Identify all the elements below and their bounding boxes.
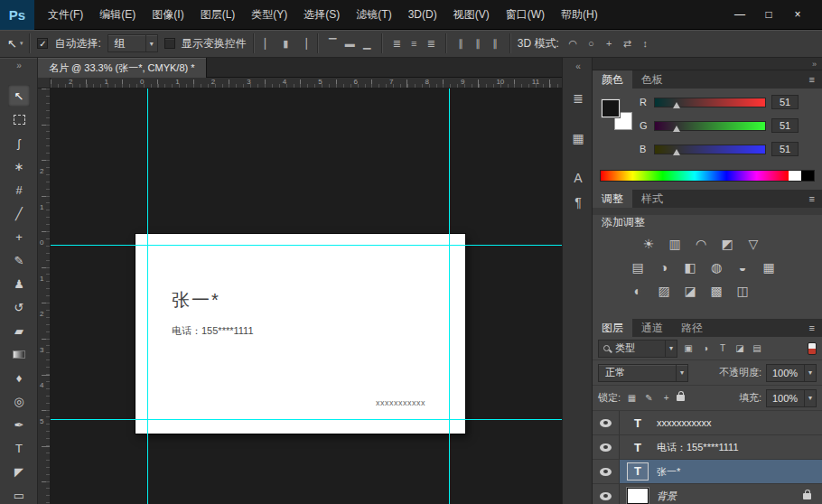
crop-tool[interactable]: #	[8, 179, 30, 201]
menu-item-7[interactable]: 滤镜(T)	[348, 0, 399, 30]
align-bottom-icon[interactable]: ▁	[360, 36, 375, 51]
3d-rotate-icon[interactable]: ◠	[565, 36, 581, 51]
menu-item-6[interactable]: 选择(S)	[295, 0, 348, 30]
3d-pan-icon[interactable]: +	[602, 36, 617, 51]
tab-swatches[interactable]: 色板	[632, 70, 672, 89]
align-hcenter-icon[interactable]: ▮	[278, 36, 294, 51]
layer-filter-type-dropdown[interactable]: 类型 ▾	[598, 340, 677, 358]
minimize-button[interactable]: —	[730, 7, 750, 22]
fill-value-field[interactable]: 100%▾	[766, 389, 817, 407]
lock-transparency-icon[interactable]: ▦	[625, 391, 639, 405]
card-phone-text[interactable]: 电话：155****1111	[172, 324, 254, 338]
menu-item-1[interactable]: 文件(F)	[40, 0, 91, 30]
tab-adjustments[interactable]: 调整	[593, 190, 632, 208]
tab-channels[interactable]: 通道	[632, 319, 672, 337]
3d-slide-icon[interactable]: ⇄	[620, 36, 635, 51]
menu-item-9[interactable]: 视图(V)	[445, 0, 498, 30]
blend-mode-dropdown[interactable]: 正常▾	[598, 364, 688, 382]
document-tab[interactable]: 名片 @ 33.3% (张一*, CMYK/8) *	[38, 58, 207, 78]
layer-row-body[interactable]: T电话：155****1111	[620, 435, 822, 459]
menu-item-8[interactable]: 3D(D)	[400, 0, 445, 30]
gradient-tool[interactable]	[8, 343, 30, 365]
filter-pixel-layers-icon[interactable]: ▣	[681, 341, 696, 356]
distribute-top-icon[interactable]: ≣	[389, 36, 405, 51]
layer-row[interactable]: T张一*	[593, 460, 822, 484]
menu-item-3[interactable]: 图像(I)	[144, 0, 191, 30]
threshold-icon[interactable]: ◪	[681, 282, 699, 300]
ruler-origin-corner[interactable]	[38, 78, 51, 89]
panel-menu-icon[interactable]: ≡	[802, 319, 822, 337]
layer-filter-toggle[interactable]	[808, 342, 817, 355]
filter-smart-objects-icon[interactable]: ▤	[750, 341, 764, 356]
r-slider-track[interactable]	[654, 98, 766, 107]
panel-menu-icon[interactable]: ≡	[802, 70, 822, 89]
lasso-tool[interactable]: ʃ	[8, 132, 30, 154]
g-channel-slider[interactable]: G51	[640, 114, 799, 137]
3d-roll-icon[interactable]: ○	[584, 36, 599, 51]
brush-tool[interactable]: ✎	[8, 249, 30, 271]
distribute-vcenter-icon[interactable]: ≡	[406, 36, 422, 51]
collapse-dock-icon[interactable]: »	[812, 60, 817, 69]
card-code-text[interactable]: xxxxxxxxxxx	[376, 398, 425, 407]
tab-layers[interactable]: 图层	[593, 319, 632, 337]
black-white-icon[interactable]: ◧	[681, 258, 699, 276]
lock-pixels-icon[interactable]: ✎	[642, 391, 656, 405]
tab-paths[interactable]: 路径	[672, 319, 712, 337]
move-tool[interactable]: ↖	[8, 85, 30, 107]
slider-thumb[interactable]	[673, 102, 680, 108]
lock-position-icon[interactable]: +	[659, 391, 673, 405]
history-brush-tool[interactable]: ↺	[8, 296, 30, 318]
filter-shape-layers-icon[interactable]: ◪	[733, 341, 747, 356]
align-left-icon[interactable]: ▏	[261, 36, 276, 51]
blur-tool[interactable]: ♦	[8, 367, 30, 388]
photo-filter-icon[interactable]: ◍	[707, 258, 725, 276]
3d-scale-icon[interactable]: ↕	[638, 36, 653, 51]
path-selection-tool[interactable]: ◤	[8, 461, 30, 482]
layer-row-body[interactable]: 背景	[620, 484, 822, 504]
layer-row-body[interactable]: Txxxxxxxxxxx	[620, 411, 822, 434]
move-tool-preset[interactable]: ↖▾	[7, 37, 23, 51]
card-name-text[interactable]: 张一*	[172, 288, 220, 313]
close-button[interactable]: ×	[788, 7, 808, 22]
color-balance-icon[interactable]: ◑	[655, 258, 673, 276]
distribute-bottom-icon[interactable]: ≣	[424, 36, 439, 51]
layer-row[interactable]: 背景	[593, 484, 822, 504]
show-transform-checkbox[interactable]	[164, 38, 175, 49]
opacity-value-field[interactable]: 100%▾	[766, 364, 817, 382]
tab-styles[interactable]: 样式	[632, 190, 672, 208]
b-channel-slider[interactable]: B51	[640, 137, 799, 161]
quick-selection-tool[interactable]: ∗	[8, 155, 30, 177]
menu-item-4[interactable]: 图层(L)	[192, 0, 244, 30]
visibility-toggle[interactable]	[593, 484, 620, 504]
layer-row[interactable]: Txxxxxxxxxxx	[593, 411, 822, 435]
business-card-canvas[interactable]: 张一* 电话：155****1111 xxxxxxxxxxx	[135, 234, 465, 434]
horizontal-ruler[interactable]: 2101234567891011	[51, 78, 562, 89]
character-panel-icon[interactable]: A	[563, 164, 593, 191]
distribute-left-icon[interactable]: ∥	[453, 36, 469, 51]
vibrance-icon[interactable]: ▽	[744, 235, 762, 253]
canvas-area[interactable]: 张一* 电话：155****1111 xxxxxxxxxxx	[51, 89, 562, 504]
slider-thumb[interactable]	[673, 126, 680, 132]
menu-item-2[interactable]: 编辑(E)	[91, 0, 144, 30]
expand-dock-icon[interactable]: «	[563, 61, 593, 71]
foreground-color-swatch[interactable]	[602, 99, 620, 117]
exposure-icon[interactable]: ◩	[718, 235, 736, 253]
b-value-field[interactable]: 51	[771, 142, 799, 156]
filter-adjustment-layers-icon[interactable]: ◑	[698, 341, 713, 356]
rectangle-shape-tool[interactable]: ▭	[8, 484, 30, 504]
distribute-right-icon[interactable]: ∥	[488, 36, 503, 51]
color-spectrum-ramp[interactable]	[600, 170, 815, 182]
maximize-button[interactable]: □	[759, 7, 779, 22]
align-vcenter-icon[interactable]: ▬	[342, 36, 358, 51]
rectangular-marquee-tool[interactable]	[8, 108, 30, 130]
menu-item-11[interactable]: 帮助(H)	[553, 0, 606, 30]
distribute-hcenter-icon[interactable]: ∥	[471, 36, 486, 51]
menu-item-5[interactable]: 类型(Y)	[243, 0, 295, 30]
visibility-toggle[interactable]	[593, 411, 620, 434]
channel-mixer-icon[interactable]: ◒	[733, 258, 752, 276]
brightness-contrast-icon[interactable]: ☀	[640, 235, 658, 253]
hue-saturation-icon[interactable]: ▤	[629, 258, 647, 276]
pen-tool[interactable]: ✒	[8, 414, 30, 435]
invert-icon[interactable]: ◐	[629, 282, 647, 300]
posterize-icon[interactable]: ▨	[655, 282, 673, 300]
